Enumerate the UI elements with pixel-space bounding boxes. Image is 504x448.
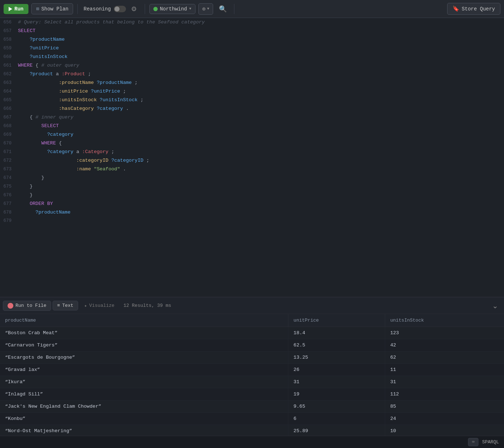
table-cell-8-0: “Nord-Ost Matjeshering” (0, 425, 288, 436)
code-line: 666 :hasCategory ?category . (0, 104, 504, 113)
code-line: 678 ?productName (0, 208, 504, 217)
token-plain: a (73, 149, 82, 154)
token-plain (18, 132, 47, 137)
table-cell-4-0: “Ikura” (0, 376, 288, 388)
table-header-row: productNameunitPriceunitsInStock (0, 314, 504, 327)
layers-button[interactable]: ⊕ ▼ (198, 3, 213, 15)
table-cell-2-2: 62 (385, 351, 504, 364)
token-plain (18, 97, 59, 103)
token-plain: } (30, 192, 32, 198)
search-button[interactable]: 🔍 (216, 4, 230, 14)
code-line: 663 :productName ?productName ; (0, 79, 504, 87)
table-cell-4-1: 31 (288, 376, 385, 388)
line-number: 672 (0, 157, 17, 165)
keyboard-icon: ⌨ (472, 439, 474, 445)
line-content: SELECT (17, 122, 504, 130)
line-number: 676 (0, 191, 17, 200)
token-plain: } (41, 175, 44, 180)
code-line: 658 ?productName (0, 35, 504, 44)
reasoning-toggle[interactable] (114, 6, 126, 12)
token-plain (94, 80, 97, 85)
line-content: :name "Seafood" . (17, 165, 504, 173)
gear-button[interactable]: ⚙ (129, 4, 139, 14)
table-row: “Boston Crab Meat”18.4123 (0, 327, 504, 339)
column-header-productName: productName (0, 314, 288, 327)
visualize-tab-label: Visualize (89, 303, 114, 308)
token-plain (18, 184, 30, 189)
table-cell-6-1: 9.65 (288, 400, 385, 413)
line-number: 679 (0, 217, 17, 225)
table-cell-3-2: 11 (385, 364, 504, 376)
line-content: ?category a :Category ; (17, 148, 504, 156)
code-line: 671 ?category a :Category ; (0, 148, 504, 156)
text-tab-button[interactable]: ≡ Text (53, 301, 78, 310)
line-content: :unitPrice ?unitPrice ; (17, 87, 504, 95)
text-tab-icon: ≡ (57, 303, 60, 308)
reasoning-group: Reasoning ⚙ (82, 4, 140, 14)
code-line: 673 :name "Seafood" . (0, 165, 504, 174)
run-to-file-icon (8, 303, 13, 309)
token-plain (94, 106, 97, 111)
token-prop: :hasCategory (59, 106, 94, 111)
code-line: 676 } (0, 191, 504, 200)
token-plain (18, 37, 30, 42)
keyboard-badge: ⌨ (468, 438, 478, 446)
table-cell-4-2: 31 (385, 376, 504, 388)
status-bar: ⌨ SPARQL (0, 436, 504, 448)
line-content: ORDER BY (17, 200, 504, 208)
token-var: ?category (97, 106, 123, 111)
results-table-wrapper[interactable]: productNameunitPriceunitsInStock “Boston… (0, 314, 504, 436)
token-var: ?category (47, 149, 73, 154)
token-prop: :unitPrice (59, 89, 88, 94)
line-number: 675 (0, 183, 17, 191)
token-plain (18, 192, 30, 198)
db-name: Northwind (160, 6, 187, 12)
token-kw: WHERE (18, 63, 33, 68)
line-number: 666 (0, 105, 17, 113)
store-query-button[interactable]: 🔖 Store Query (447, 3, 500, 15)
line-number: 661 (0, 62, 17, 70)
code-line: 674 } (0, 174, 504, 182)
column-header-unitPrice: unitPrice (288, 314, 385, 327)
line-number: 678 (0, 209, 17, 217)
token-plain: a (53, 71, 62, 77)
layers-chevron-icon: ▼ (207, 7, 209, 11)
table-cell-0-0: “Boston Crab Meat” (0, 327, 288, 339)
line-number: 657 (0, 27, 17, 35)
line-content: :unitsInStock ?unitsInStock ; (17, 96, 504, 104)
code-line: 669 ?category (0, 130, 504, 139)
token-plain (18, 201, 30, 206)
line-number: 662 (0, 70, 17, 79)
token-plain: ; (120, 89, 126, 94)
token-plain (18, 89, 59, 94)
collapse-button[interactable]: ⌄ (489, 300, 501, 312)
table-row: “Konbu”624 (0, 413, 504, 425)
line-content: :hasCategory ?category . (17, 104, 504, 113)
line-content: } (17, 182, 504, 191)
run-button[interactable]: Run (4, 4, 28, 14)
token-plain (18, 71, 30, 77)
toolbar: Run ⊞ Show Plan Reasoning ⚙ Northwind ▼ … (0, 0, 504, 18)
table-row: “Carnarvon Tigers”62.542 (0, 339, 504, 351)
table-cell-6-2: 85 (385, 400, 504, 413)
table-cell-7-0: “Konbu” (0, 413, 288, 425)
token-prop: :unitsInStock (59, 97, 96, 103)
token-var: ?unitsInStock (30, 54, 67, 59)
run-to-file-button[interactable]: Run to File (3, 301, 51, 311)
show-plan-button[interactable]: ⊞ Show Plan (31, 3, 73, 14)
token-plain (18, 45, 30, 51)
line-content: :productName ?productName ; (17, 79, 504, 87)
line-number: 669 (0, 131, 17, 139)
line-content: ?product a :Product ; (17, 70, 504, 78)
db-selector[interactable]: Northwind ▼ (149, 4, 195, 14)
token-plain (97, 97, 100, 103)
token-comment: # Query: Select all products that belong… (18, 19, 204, 25)
code-line: 657SELECT (0, 27, 504, 35)
table-cell-2-0: “Escargots de Bourgogne” (0, 351, 288, 364)
token-plain: . (120, 166, 126, 172)
code-editor[interactable]: 656# Query: Select all products that bel… (0, 18, 504, 297)
line-content: ?category (17, 130, 504, 139)
visualize-tab-button[interactable]: ✦ Visualize (80, 301, 119, 311)
play-icon (9, 7, 12, 11)
token-plain (18, 158, 76, 163)
